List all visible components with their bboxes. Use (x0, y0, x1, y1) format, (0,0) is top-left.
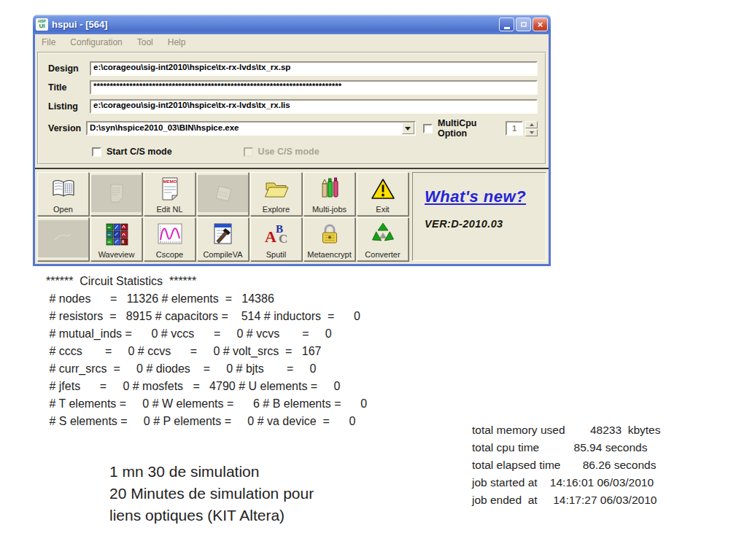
job-summary-text: total memory used 48233 kbytes total cpu… (472, 421, 660, 509)
multicpu-stepper (525, 121, 538, 136)
menu-bar: File Configuration Tool Help (35, 34, 549, 50)
stats-line: ****** Circuit Statistics ****** (46, 273, 367, 290)
job-line: job ended at 14:17:27 06/03/2010 (472, 491, 660, 509)
sputil-button[interactable]: A B C Sputil (250, 217, 302, 261)
disabled-button-1 (90, 172, 142, 216)
job-line: total cpu time 85.94 seconds (472, 439, 660, 456)
hspui-window: HSP UI hspui - [564] × File Configuratio… (33, 15, 551, 266)
disabled-button-2 (197, 172, 249, 216)
padlock-icon (304, 218, 355, 250)
job-line: total elapsed time 86.26 seconds (472, 456, 660, 474)
version-value: D:\syn\hspice2010_03\BIN\hspice.exe (88, 122, 402, 134)
stepper-down-button[interactable] (525, 129, 538, 136)
titlebar: HSP UI hspui - [564] × (33, 15, 551, 34)
hammer-doc-icon (198, 218, 248, 250)
start-cs-mode-option: Start C/S mode (92, 147, 172, 157)
disabled-blank-icon (38, 220, 88, 257)
toolbar: Open MEMO (35, 168, 549, 264)
listing-input[interactable]: e:\corageou\sig-int2010\hspice\tx-rx-lvd… (90, 99, 538, 114)
version-label: Version (48, 123, 86, 133)
pencils-icon (304, 173, 355, 205)
menu-help[interactable]: Help (168, 37, 186, 47)
minimize-button[interactable] (499, 18, 514, 31)
cscope-button[interactable]: Cscope (144, 217, 196, 261)
stats-line: # nodes = 11326 # elements = 14386 (46, 290, 367, 308)
title-input[interactable]: ****************************************… (90, 80, 538, 95)
memo-icon: MEMO (144, 173, 195, 205)
menu-file[interactable]: File (42, 37, 55, 47)
abc-letters-icon: A B C (251, 218, 301, 250)
converter-button[interactable]: Converter (357, 217, 409, 261)
maximize-button[interactable] (516, 18, 531, 31)
open-button[interactable]: Open (37, 172, 89, 216)
design-input[interactable]: e:\corageou\sig-int2010\hspice\tx-rx-lvd… (90, 61, 538, 76)
start-cs-label: Start C/S mode (107, 147, 172, 157)
folder-icon (251, 173, 301, 205)
multicpu-label: MultiCpu Option (438, 118, 500, 139)
window-title: hspui - [564] (52, 19, 495, 30)
file-settings-panel: Design e:\corageou\sig-int2010\hspice\tx… (37, 52, 546, 165)
svg-text:A: A (265, 228, 276, 246)
chevron-down-icon (405, 127, 411, 131)
stats-line: # T elements = 0 # W elements = 6 # B el… (46, 395, 367, 413)
stats-line: # cccs = 0 # ccvs = 0 # volt_srcs = 167 (46, 343, 367, 360)
circuit-statistics-text: ****** Circuit Statistics ****** # nodes… (46, 273, 367, 430)
exit-button[interactable]: Exit (357, 172, 409, 216)
multicpu-checkbox[interactable] (423, 124, 433, 133)
job-line: total memory used 48233 kbytes (472, 421, 660, 439)
stats-line: # curr_srcs = 0 # diodes = 0 # bjts = 0 (46, 360, 367, 378)
version-combobox[interactable]: D:\syn\hspice2010_03\BIN\hspice.exe (86, 121, 416, 136)
svg-text:MEMO: MEMO (163, 179, 177, 184)
use-cs-mode-option: Use C/S mode (244, 147, 320, 157)
hspui-app-icon: HSP UI (36, 18, 48, 31)
stats-line: # S elements = 0 # P elements = 0 # va d… (46, 413, 367, 430)
job-line: job started at 14:16:01 06/03/2010 (472, 474, 660, 491)
start-cs-checkbox[interactable] (92, 147, 101, 157)
multicpu-count-field[interactable]: 1 (506, 121, 523, 136)
triangle-down-icon (530, 131, 534, 134)
design-label: Design (48, 63, 90, 74)
whats-new-panel: What's new? VER:D-2010.03 (412, 172, 546, 261)
note-line: 1 mn 30 de simulation (109, 461, 314, 483)
simulation-note-text: 1 mn 30 de simulation 20 Minutes de simu… (109, 461, 314, 526)
disabled-button-3 (37, 217, 89, 261)
recycle-icon (357, 218, 408, 250)
stats-line: # jfets = 0 # mosfets = 4790 # U element… (46, 378, 367, 395)
disabled-doc-icon (91, 175, 142, 212)
metaencrypt-button[interactable]: Metaencrypt (303, 217, 355, 261)
version-dropdown-button[interactable] (402, 122, 414, 134)
waveview-button[interactable]: Waveview (90, 217, 142, 261)
triangle-up-icon (530, 123, 534, 126)
warning-icon (357, 173, 408, 205)
stats-line: # resistors = 8915 # capacitors = 514 # … (46, 308, 367, 325)
note-line: liens optiques (KIT Altera) (109, 505, 314, 526)
open-book-icon (38, 173, 88, 205)
title-label: Title (48, 82, 90, 93)
close-button[interactable]: × (533, 18, 548, 31)
menu-tool[interactable]: Tool (137, 37, 153, 47)
note-line: 20 Minutes de simulation pour (109, 483, 314, 505)
disabled-note-icon (198, 175, 248, 212)
listing-label: Listing (48, 101, 90, 112)
whats-new-link[interactable]: What's new? (425, 187, 537, 206)
use-cs-label: Use C/S mode (258, 147, 320, 157)
multi-jobs-button[interactable]: Multi-jobs (303, 172, 355, 216)
edit-nl-button[interactable]: MEMO Edit NL (144, 172, 196, 216)
menu-configuration[interactable]: Configuration (70, 37, 122, 47)
use-cs-checkbox (244, 147, 253, 157)
explore-button[interactable]: Explore (250, 172, 302, 216)
version-text: VER:D-2010.03 (425, 218, 537, 230)
tile-grid-icon (91, 218, 142, 250)
svg-text:C: C (279, 232, 287, 246)
stats-line: # mutual_inds = 0 # vccs = 0 # vcvs = 0 (46, 325, 367, 343)
sine-wave-icon (144, 218, 195, 250)
compileva-button[interactable]: CompileVA (197, 217, 249, 261)
stepper-up-button[interactable] (525, 121, 538, 128)
